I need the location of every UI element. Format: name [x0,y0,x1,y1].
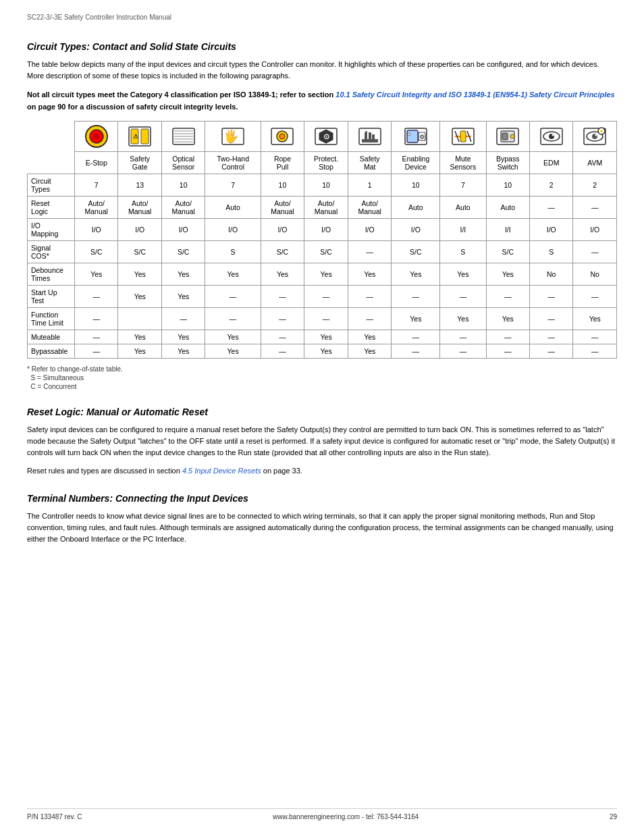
avm-icon [583,124,607,149]
table-row: Bypassable —YesYesYes —YesYes— ———— [28,344,617,359]
footer-left: P/N 133487 rev. C [27,813,82,820]
svg-rect-5 [141,129,149,144]
table-row: Start UpTest —YesYes— ———— ———— [28,286,617,308]
svg-text:⊙: ⊙ [323,132,329,140]
page-header: SC22-3/-3E Safety Controller Instruction… [27,14,617,21]
mute-sensors-icon [451,124,475,149]
section1-warning: Not all circuit types meet the Category … [27,89,617,113]
row-label-debounce: DebounceTimes [28,263,75,286]
rope-pull-icon [270,124,294,149]
table-row: CircuitTypes 713107 1010110 71022 [28,174,617,197]
svg-point-25 [408,133,410,136]
col-label-bypass: BypassSwitch [486,152,529,174]
svg-rect-23 [407,130,418,142]
section2-title: Reset Logic: Manual or Automatic Reset [27,407,617,417]
two-hand-icon: 🖐 [221,124,245,149]
optical-sensor-icon [171,124,196,149]
col-label-edm: EDM [530,152,573,174]
row-label-reset: ResetLogic [28,197,75,219]
col-estop-icon [75,122,118,152]
col-label-safety-gate: SafetyGate [118,152,161,174]
col-label-protect: Protect.Stop [304,152,348,174]
col-enabling-icon: ⚙ [392,122,440,152]
section1-intro: The table below depicts many of the inpu… [27,59,617,81]
col-edm-icon [530,122,573,152]
col-rope-icon [261,122,304,152]
col-protect-stop-icon: ⊙ [304,122,348,152]
table-row: SignalCOS* S/CS/CS/CS S/CS/C—S/C SS/CS— [28,241,617,263]
row-label-bypassable: Bypassable [28,344,75,359]
svg-point-35 [510,134,514,138]
footer-right: 29 [610,813,617,820]
svg-point-2 [93,133,100,140]
page-footer: P/N 133487 rev. C www.bannerengineering.… [27,808,617,820]
svg-text:⚠: ⚠ [133,133,138,140]
row-label-signal: SignalCOS* [28,241,75,263]
col-label-enabling: EnablingDevice [392,152,440,174]
col-label-mute: MuteSensors [440,152,486,174]
row-label-muteable: Muteable [28,330,75,344]
section3-body: The Controller needs to know what device… [27,511,617,545]
table-row: Muteable —YesYesYes —YesYes— ———— [28,330,617,344]
edm-icon [539,124,564,149]
row-label-circuit-types: CircuitTypes [28,174,75,197]
table-row: I/OMapping I/OI/OI/OI/O I/OI/OI/OI/O I/I… [28,219,617,241]
table-footnotes: * Refer to change-of-state table. S = Si… [27,365,617,390]
circuit-types-table: ⚠ [27,121,617,359]
col-label-optical: OpticalSensor [161,152,205,174]
table-row: DebounceTimes YesYesYesYes YesYesYesYes … [28,263,617,286]
col-label-avm: AVM [573,152,617,174]
table-header-row: E-Stop SafetyGate OpticalSensor Two-Hand… [28,152,617,174]
section3-title: Terminal Numbers: Connecting the Input D… [27,493,617,504]
table-row: FunctionTime Limit ——— ———Yes YesYes—Yes [28,308,617,330]
protect-stop-icon: ⊙ [314,124,338,149]
estop-icon [84,124,109,149]
svg-point-45 [600,130,603,132]
svg-rect-34 [502,133,508,140]
table-row: ResetLogic Auto/ManualAuto/ManualAuto/Ma… [28,197,617,219]
svg-rect-21 [362,139,378,142]
bypass-switch-icon [495,124,520,149]
svg-text:⚙: ⚙ [419,134,425,140]
section2-body1: Safety input devices can be configured t… [27,424,617,459]
row-label-io: I/OMapping [28,219,75,241]
footer-center: www.bannerengineering.com - tel: 763-544… [273,813,419,820]
svg-point-39 [552,134,554,136]
col-label-two-hand: Two-HandControl [205,152,261,174]
col-safety-mat-icon [348,122,391,152]
col-two-hand-icon: 🖐 [205,122,261,152]
table-icon-row: ⚠ [28,122,617,152]
row-label-function: FunctionTime Limit [28,308,75,330]
svg-rect-29 [460,131,466,142]
col-label-safety-mat: SafetyMat [348,152,391,174]
section2-body2: Reset rules and types are discussed in s… [27,465,617,477]
col-bypass-icon [486,122,529,152]
row-label-startup: Start UpTest [28,286,75,308]
col-mute-icon [440,122,486,152]
col-safety-gate-icon: ⚠ [118,122,161,152]
safety-mat-icon [358,124,382,149]
svg-point-17 [279,134,285,139]
warning-link[interactable]: 10.1 Safety Circuit Integrity and ISO 13… [336,90,614,99]
col-label-estop: E-Stop [75,152,118,174]
reset-link[interactable]: 4.5 Input Device Resets [182,467,261,475]
svg-text:🖐: 🖐 [223,129,239,144]
col-avm-icon [573,122,617,152]
enabling-device-icon: ⚙ [404,124,428,149]
section1-title: Circuit Types: Contact and Solid State C… [27,41,617,52]
col-optical-icon [161,122,205,152]
col-label-rope: RopePull [261,152,304,174]
svg-point-43 [595,134,597,136]
safety-gate-icon: ⚠ [128,124,152,149]
